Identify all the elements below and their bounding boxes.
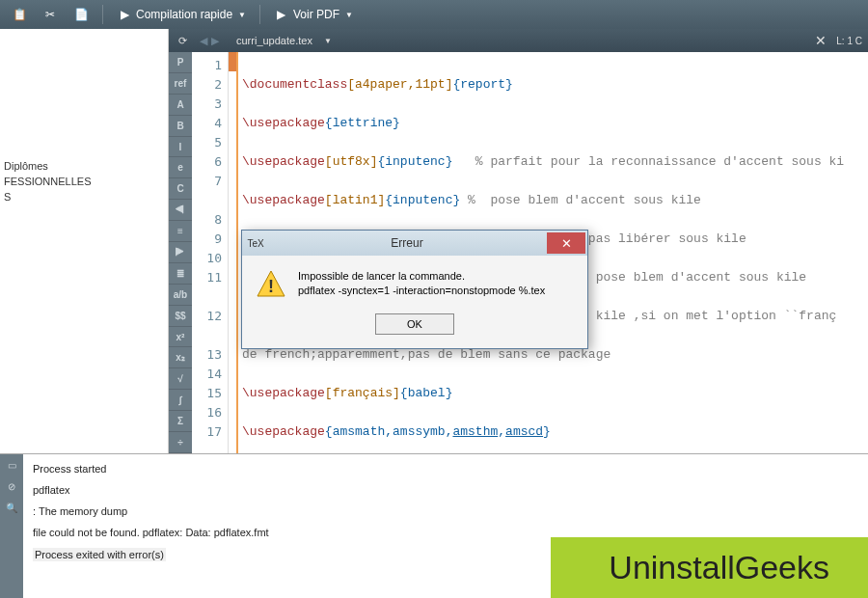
italic-button[interactable]: I bbox=[169, 137, 192, 158]
math-button[interactable]: $$ bbox=[169, 306, 192, 327]
superscript-button[interactable]: x² bbox=[169, 327, 192, 348]
ref-button[interactable]: ref bbox=[169, 73, 192, 95]
tex-icon: TeX bbox=[248, 235, 263, 251]
play-icon: ▶ bbox=[117, 7, 132, 22]
log-line: pdflatex bbox=[33, 484, 858, 496]
align-left-button[interactable]: ⯇ bbox=[169, 200, 192, 221]
log-errors-icon[interactable]: ⊘ bbox=[0, 476, 23, 497]
view-pdf-label: Voir PDF bbox=[293, 8, 339, 21]
log-line: : The memory dump bbox=[33, 505, 858, 517]
svg-text:!: ! bbox=[268, 277, 274, 296]
sum-button[interactable]: Σ bbox=[169, 411, 192, 432]
marker-strip bbox=[229, 52, 236, 453]
error-dialog: TeX Erreur ✕ ! Impossible de lancer la c… bbox=[241, 230, 588, 349]
copy-button[interactable]: 📋 bbox=[6, 5, 33, 24]
log-messages-icon[interactable]: ▭ bbox=[0, 454, 23, 476]
line-gutter: 12345678910111213141516171819 bbox=[192, 52, 229, 453]
bold-button[interactable]: B bbox=[169, 116, 192, 137]
refresh-icon[interactable]: ⟳ bbox=[175, 33, 190, 48]
compile-button[interactable]: ▶ Compilation rapide ▼ bbox=[111, 5, 252, 24]
structure-item[interactable]: S bbox=[4, 189, 164, 204]
subscript-button[interactable]: x₂ bbox=[169, 347, 192, 368]
sqrt-button[interactable]: √ bbox=[169, 368, 192, 390]
align-center-button[interactable]: ≡ bbox=[169, 221, 192, 242]
cut-button[interactable]: ✂ bbox=[37, 5, 64, 24]
log-toolbar: ▭ ⊘ 🔍 bbox=[0, 454, 23, 598]
chevron-down-icon[interactable]: ▼ bbox=[324, 37, 332, 45]
div-button[interactable]: ÷ bbox=[169, 432, 192, 453]
align-right-button[interactable]: ⯈ bbox=[169, 242, 192, 263]
compile-label: Compilation rapide bbox=[136, 8, 232, 21]
chevron-down-icon: ▼ bbox=[345, 11, 353, 19]
log-line: Process started bbox=[33, 463, 858, 475]
paste-icon: 📄 bbox=[73, 7, 89, 22]
play-icon: ▶ bbox=[274, 7, 289, 22]
view-pdf-button[interactable]: ▶ Voir PDF ▼ bbox=[268, 5, 359, 24]
cursor-position: L: 1 C bbox=[836, 36, 862, 46]
separator bbox=[102, 5, 103, 24]
structure-item[interactable]: Diplômes bbox=[4, 158, 164, 174]
main-toolbar: 📋 ✂ 📄 ▶ Compilation rapide ▼ ▶ Voir PDF … bbox=[0, 0, 868, 29]
frac-button[interactable]: a/b bbox=[169, 285, 192, 306]
close-tab-icon[interactable]: ✕ bbox=[815, 33, 827, 48]
vertical-toolbar: P ref A B I e C ⯇ ≡ ⯈ ≣ a/b $$ x² x₂ √ ∫… bbox=[169, 52, 192, 453]
paste-button[interactable]: 📄 bbox=[68, 5, 95, 24]
structure-item[interactable]: FESSIONNELLES bbox=[4, 174, 164, 189]
copy-icon: 📋 bbox=[12, 7, 27, 22]
dialog-ok-button[interactable]: OK bbox=[375, 313, 454, 335]
structure-panel: Diplômes FESSIONNELLES S bbox=[0, 29, 169, 453]
label-button[interactable]: A bbox=[169, 95, 192, 116]
integral-button[interactable]: ∫ bbox=[169, 390, 192, 411]
watermark: UninstallGeeks bbox=[551, 537, 868, 598]
dialog-message: Impossible de lancer la commande. pdflat… bbox=[298, 269, 545, 300]
emph-button[interactable]: e bbox=[169, 157, 192, 178]
warning-icon: ! bbox=[256, 269, 286, 300]
nav-forward-icon[interactable]: ▶ bbox=[211, 35, 219, 47]
filename-tab[interactable]: curri_update.tex bbox=[236, 35, 312, 46]
dialog-title: Erreur bbox=[269, 236, 545, 250]
part-button[interactable]: P bbox=[169, 52, 192, 73]
separator bbox=[259, 5, 260, 24]
caps-button[interactable]: C bbox=[169, 178, 192, 200]
tab-bar: ⟳ ◀ ▶ curri_update.tex ▼ ✕ L: 1 C bbox=[169, 29, 868, 52]
nav-back-icon[interactable]: ◀ bbox=[200, 35, 207, 47]
chevron-down-icon: ▼ bbox=[238, 11, 246, 19]
cut-icon: ✂ bbox=[42, 7, 58, 22]
list-button[interactable]: ≣ bbox=[169, 263, 192, 285]
dialog-close-button[interactable]: ✕ bbox=[547, 232, 585, 254]
dialog-titlebar[interactable]: TeX Erreur ✕ bbox=[242, 231, 587, 256]
log-search-icon[interactable]: 🔍 bbox=[0, 497, 23, 518]
